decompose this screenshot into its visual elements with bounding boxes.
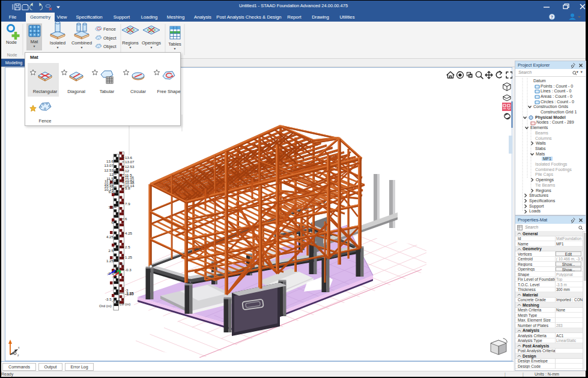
svg-text:Ord (m): Ord (m) — [99, 304, 112, 308]
svg-text:-3: -3 — [125, 289, 129, 292]
svg-text:1.25: 1.25 — [106, 259, 114, 263]
svg-text:-3.5: -3.5 — [105, 297, 112, 301]
svg-text:12.53: 12.53 — [125, 164, 135, 169]
svg-text:13.07: 13.07 — [125, 160, 135, 164]
svg-text:?: ? — [551, 15, 553, 19]
svg-text:9.8: 9.8 — [125, 186, 130, 190]
svg-text:2.5: 2.5 — [108, 248, 114, 253]
svg-text:7.9: 7.9 — [108, 205, 114, 209]
svg-text:Lvl (m): Lvl (m) — [120, 302, 130, 306]
svg-text:1.25: 1.25 — [125, 255, 133, 259]
svg-text:D: D — [120, 262, 123, 266]
svg-text:13.07: 13.07 — [105, 163, 114, 167]
svg-text:W: W — [115, 266, 119, 269]
svg-text:13.6: 13.6 — [106, 159, 114, 163]
svg-text:6: 6 — [125, 217, 127, 221]
svg-text:2.5: 2.5 — [125, 245, 130, 249]
svg-text:7.9: 7.9 — [125, 202, 130, 206]
svg-text:4.25: 4.25 — [125, 231, 133, 235]
svg-text:12.53: 12.53 — [105, 168, 114, 172]
svg-text:z: z — [17, 353, 19, 357]
svg-text:x: x — [18, 346, 20, 349]
svg-text:6: 6 — [112, 220, 114, 224]
svg-text:9.8: 9.8 — [108, 190, 114, 194]
svg-text:-3.85: -3.85 — [125, 292, 134, 296]
svg-text:4.25: 4.25 — [106, 235, 114, 239]
svg-text:-0.3: -0.3 — [125, 268, 132, 272]
svg-text:13.6: 13.6 — [125, 155, 133, 160]
